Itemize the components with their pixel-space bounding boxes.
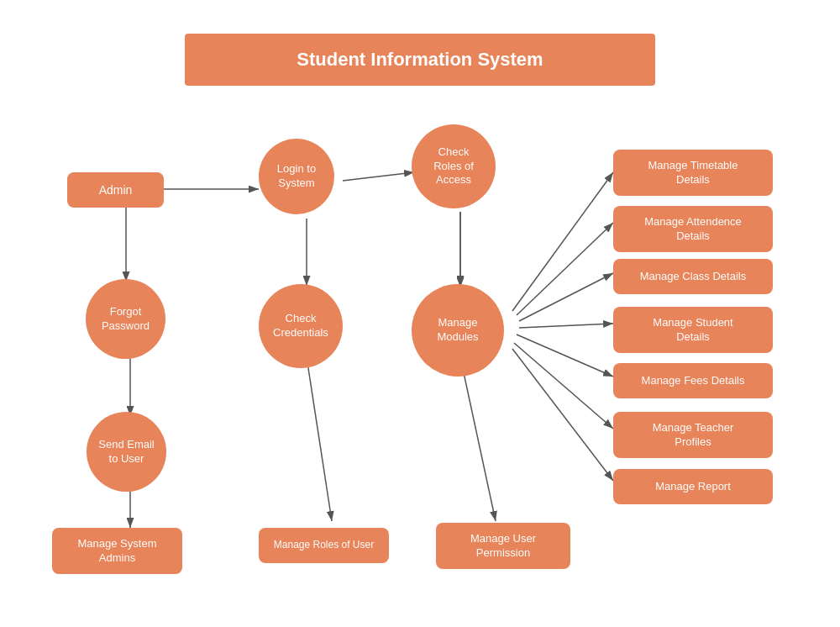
- svg-line-14: [512, 349, 613, 481]
- svg-line-8: [512, 172, 613, 311]
- svg-line-10: [519, 273, 613, 321]
- manage-attendance-box: Manage Attendence Details: [613, 206, 773, 252]
- svg-line-13: [514, 343, 613, 429]
- svg-line-6: [307, 357, 332, 521]
- forgot-password-node: Forgot Password: [86, 279, 165, 359]
- manage-fees-box: Manage Fees Details: [613, 363, 773, 398]
- manage-timetable-box: Manage Timetable Details: [613, 150, 773, 196]
- manage-report-box: Manage Report: [613, 469, 773, 504]
- manage-user-permission-box: Manage User Permission: [436, 523, 570, 569]
- manage-system-admins-box: Manage System Admins: [52, 528, 182, 574]
- svg-line-9: [517, 223, 613, 315]
- check-credentials-node: Check Credentials: [259, 284, 343, 368]
- svg-line-4: [343, 172, 414, 181]
- manage-student-box: Manage Student Details: [613, 307, 773, 353]
- diagram-container: Student Information System Admin Login t…: [0, 0, 840, 627]
- manage-roles-user-box: Manage Roles of User: [259, 528, 389, 563]
- manage-teacher-box: Manage Teacher Profiles: [613, 412, 773, 458]
- svg-line-12: [517, 335, 613, 377]
- send-email-node: Send Email to User: [87, 412, 166, 492]
- admin-box: Admin: [67, 172, 164, 208]
- login-node: Login to System: [259, 139, 334, 214]
- diagram-title: Student Information System: [185, 34, 655, 86]
- svg-line-7: [460, 357, 496, 521]
- svg-line-11: [519, 324, 613, 328]
- manage-modules-node: Manage Modules: [412, 284, 504, 377]
- check-roles-node: Check Roles of Access: [412, 124, 496, 208]
- manage-class-box: Manage Class Details: [613, 259, 773, 294]
